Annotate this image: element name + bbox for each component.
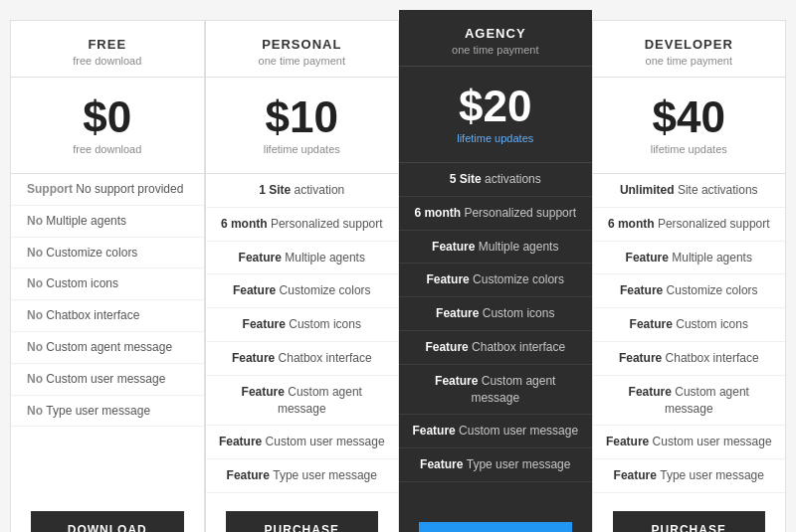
plan-agency: AGENCYone time payment$20lifetime update… — [399, 10, 592, 532]
plan-developer-subtitle: one time payment — [603, 55, 776, 67]
plan-developer-feature-5: Feature Chatbox interface — [593, 342, 786, 376]
plan-agency-price: $20 — [409, 85, 582, 128]
plan-personal-feature-6: Feature Custom agent message — [206, 376, 399, 427]
plan-personal-feature-0-label: 1 Site — [259, 183, 294, 197]
plan-personal-feature-6-label: Feature — [242, 385, 289, 399]
plan-agency-feature-4-label: Feature — [436, 306, 483, 320]
plan-developer: DEVELOPERone time payment$40lifetime upd… — [592, 20, 787, 532]
plan-free-feature-7-value: Type user message — [46, 404, 150, 418]
plan-personal-feature-1: 6 month Personalized support — [206, 208, 399, 242]
plan-developer-feature-6-label: Feature — [629, 385, 676, 399]
plan-developer-feature-8-value: Type user message — [660, 468, 764, 482]
plan-personal-feature-3: Feature Customize colors — [206, 274, 399, 308]
plan-developer-cta-button[interactable]: PURCHASE NOW — [613, 511, 766, 532]
plan-agency-feature-8: Feature Type user message — [399, 448, 592, 482]
plan-free-features: Support No support providedNo Multiple a… — [11, 174, 204, 493]
plan-developer-feature-5-value: Chatbox interface — [666, 351, 759, 365]
plan-agency-feature-5: Feature Chatbox interface — [399, 331, 592, 365]
pricing-table: FREEfree download$0free downloadSupport … — [10, 20, 786, 532]
plan-agency-feature-6-value: Custom agent message — [471, 374, 555, 405]
plan-personal-cta-button[interactable]: PURCHASE NOW — [226, 511, 379, 532]
plan-agency-feature-4-value: Custom icons — [483, 306, 555, 320]
plan-free-price-note: free download — [21, 143, 194, 155]
plan-agency-feature-5-label: Feature — [425, 340, 472, 354]
plan-personal-price-block: $10lifetime updates — [206, 78, 399, 174]
plan-personal-name: PERSONAL — [216, 37, 389, 52]
plan-personal-feature-4-value: Custom icons — [289, 317, 361, 331]
plan-agency-feature-3: Feature Customize colors — [399, 264, 592, 297]
plan-free-cta-button[interactable]: DOWNLOAD NOW — [31, 511, 184, 532]
plan-agency-cta-button[interactable]: PURCHASE NOW — [419, 522, 572, 532]
plan-free-feature-1: No Multiple agents — [11, 206, 204, 238]
plan-developer-feature-7: Feature Custom user message — [593, 426, 786, 459]
plan-developer-feature-8-label: Feature — [614, 468, 661, 482]
plan-developer-feature-2-value: Multiple agents — [672, 251, 752, 265]
plan-agency-feature-8-value: Type user message — [467, 457, 571, 471]
plan-agency-feature-8-label: Feature — [420, 457, 467, 471]
plan-developer-feature-6: Feature Custom agent message — [593, 376, 786, 427]
plan-developer-feature-1-value: Personalized support — [658, 217, 770, 231]
plan-agency-feature-1-value: Personalized support — [464, 206, 576, 220]
plan-developer-feature-1: 6 month Personalized support — [593, 208, 786, 242]
plan-free-feature-7: No Type user message — [11, 396, 204, 428]
plan-agency-name: AGENCY — [409, 26, 582, 41]
plan-agency-features: 5 Site activations6 month Personalized s… — [399, 163, 592, 504]
plan-developer-feature-7-value: Custom user message — [653, 435, 772, 448]
plan-developer-feature-4: Feature Custom icons — [593, 308, 786, 342]
plan-free-feature-1-label: No — [27, 214, 46, 228]
plan-developer-features: Unlimited Site activations6 month Person… — [593, 174, 786, 493]
plan-free-feature-4-label: No — [27, 308, 46, 322]
plan-agency-feature-6: Feature Custom agent message — [399, 365, 592, 416]
plan-personal-price: $10 — [216, 95, 389, 139]
plan-personal-feature-4: Feature Custom icons — [206, 308, 399, 342]
plan-personal-feature-8-value: Type user message — [273, 468, 377, 482]
plan-free-feature-6-label: No — [27, 372, 46, 386]
plan-agency-feature-2-label: Feature — [432, 240, 479, 254]
plan-personal-feature-3-label: Feature — [233, 283, 280, 297]
plan-developer-price-block: $40lifetime updates — [593, 78, 786, 174]
plan-free-feature-3: No Custom icons — [11, 268, 204, 300]
plan-personal-feature-1-label: 6 month — [221, 217, 271, 231]
plan-personal-subtitle: one time payment — [216, 55, 389, 67]
plan-agency-subtitle: one time payment — [409, 44, 582, 56]
plan-developer-feature-1-label: 6 month — [608, 217, 658, 231]
plan-developer-feature-3: Feature Customize colors — [593, 274, 786, 308]
plan-developer-name: DEVELOPER — [603, 37, 776, 52]
plan-personal-header: PERSONALone time payment — [206, 21, 399, 78]
plan-personal-feature-6-value: Custom agent message — [278, 385, 362, 416]
plan-personal-feature-7-value: Custom user message — [266, 435, 385, 448]
plan-personal-feature-8-label: Feature — [227, 468, 274, 482]
plan-developer-footer: PURCHASE NOW — [593, 493, 786, 532]
plan-free-feature-3-value: Custom icons — [46, 276, 118, 290]
plan-free-feature-5-label: No — [27, 340, 46, 354]
plan-free-feature-4: No Chatbox interface — [11, 300, 204, 332]
plan-free-header: FREEfree download — [11, 21, 204, 78]
plan-personal-feature-1-value: Personalized support — [271, 217, 383, 231]
plan-free: FREEfree download$0free downloadSupport … — [10, 20, 205, 532]
plan-free-feature-4-value: Chatbox interface — [46, 308, 139, 322]
plan-personal-feature-5-label: Feature — [232, 351, 279, 365]
plan-personal-feature-0-value: activation — [295, 183, 345, 197]
plan-free-name: FREE — [21, 37, 194, 52]
plan-developer-price-note: lifetime updates — [603, 143, 776, 155]
plan-developer-feature-4-value: Custom icons — [676, 317, 748, 331]
plan-agency-feature-2-value: Multiple agents — [479, 240, 559, 254]
plan-free-footer: DOWNLOAD NOW — [11, 493, 204, 532]
plan-agency-feature-2: Feature Multiple agents — [399, 231, 592, 265]
plan-agency-feature-4: Feature Custom icons — [399, 297, 592, 331]
plan-personal-feature-8: Feature Type user message — [206, 459, 399, 493]
plan-free-feature-2: No Customize colors — [11, 238, 204, 269]
plan-agency-feature-1: 6 month Personalized support — [399, 197, 592, 231]
plan-personal-feature-4-label: Feature — [243, 317, 290, 331]
plan-free-feature-1-value: Multiple agents — [46, 214, 126, 228]
plan-free-price: $0 — [21, 95, 194, 139]
plan-agency-feature-5-value: Chatbox interface — [472, 340, 565, 354]
plan-personal-feature-3-value: Customize colors — [280, 283, 371, 297]
plan-agency-feature-3-value: Customize colors — [473, 272, 564, 286]
plan-developer-feature-2-label: Feature — [626, 251, 673, 265]
plan-developer-feature-7-label: Feature — [606, 435, 653, 448]
plan-agency-footer: PURCHASE NOW — [399, 504, 592, 532]
plan-developer-feature-6-value: Custom agent message — [665, 385, 749, 416]
plan-agency-feature-0-label: 5 Site — [450, 172, 485, 186]
plan-free-feature-5-value: Custom agent message — [46, 340, 172, 354]
